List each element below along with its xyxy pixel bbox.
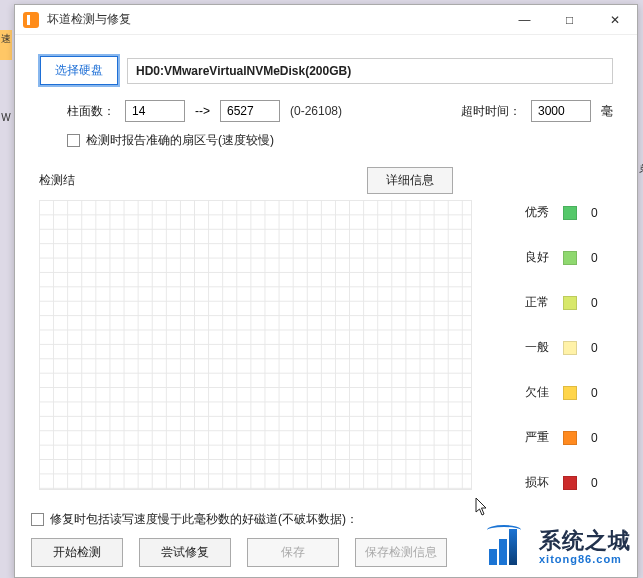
content-area: 选择硬盘 HD0:VMwareVirtualNVMeDisk(200GB) 柱面…	[15, 35, 637, 529]
legend-row-severe: 严重 0	[492, 429, 613, 446]
timeout-unit: 毫	[601, 103, 613, 120]
accurate-sector-checkbox[interactable]	[67, 134, 80, 147]
legend-label: 损坏	[501, 474, 549, 491]
legend-row-damaged: 损坏 0	[492, 474, 613, 491]
repair-slow-label: 修复时包括读写速度慢于此毫秒数的好磁道(不破坏数据)：	[50, 511, 358, 528]
start-scan-button[interactable]: 开始检测	[31, 538, 123, 567]
timeout-label: 超时时间：	[461, 103, 521, 120]
legend-row-good: 良好 0	[492, 249, 613, 266]
save-scan-info-button: 保存检测信息	[355, 538, 447, 567]
cylinder-start-input[interactable]	[125, 100, 185, 122]
cylinder-label: 柱面数：	[67, 103, 115, 120]
titlebar: 坏道检测与修复 — □ ✕	[15, 5, 637, 35]
legend-label: 一般	[501, 339, 549, 356]
minimize-button[interactable]: —	[502, 5, 547, 34]
timeout-input[interactable]	[531, 100, 591, 122]
select-disk-button[interactable]: 选择硬盘	[39, 55, 119, 86]
window-title: 坏道检测与修复	[47, 11, 502, 28]
result-header-row: 检测结 详细信息	[39, 167, 613, 194]
legend-swatch	[563, 341, 577, 355]
legend-count: 0	[591, 386, 607, 400]
accurate-sector-label: 检测时报告准确的扇区号(速度较慢)	[86, 132, 274, 149]
legend-swatch	[563, 251, 577, 265]
close-button[interactable]: ✕	[592, 5, 637, 34]
maximize-button[interactable]: □	[547, 5, 592, 34]
legend-count: 0	[591, 431, 607, 445]
bg-left-badge: 速	[0, 30, 12, 60]
legend-count: 0	[591, 251, 607, 265]
action-button-row: 开始检测 尝试修复 保存 保存检测信息	[31, 538, 621, 567]
legend-count: 0	[591, 341, 607, 355]
dialog-window: 坏道检测与修复 — □ ✕ 选择硬盘 HD0:VMwareVirtualNVMe…	[14, 4, 638, 578]
legend-label: 良好	[501, 249, 549, 266]
bg-right-glyph: 弟	[639, 162, 643, 192]
repair-slow-checkbox[interactable]	[31, 513, 44, 526]
legend-row-fair: 一般 0	[492, 339, 613, 356]
bottom-area: 修复时包括读写速度慢于此毫秒数的好磁道(不破坏数据)： 开始检测 尝试修复 保存…	[31, 511, 621, 567]
legend-row-normal: 正常 0	[492, 294, 613, 311]
app-icon	[23, 12, 39, 28]
legend-row-poor: 欠佳 0	[492, 384, 613, 401]
selected-disk-display[interactable]: HD0:VMwareVirtualNVMeDisk(200GB)	[127, 58, 613, 84]
grid-legend-wrap: 优秀 0 良好 0 正常 0 一般 0	[39, 200, 613, 519]
cylinder-row: 柱面数： --> (0-26108) 超时时间： 毫	[39, 100, 613, 122]
legend-swatch	[563, 296, 577, 310]
option-accurate-row: 检测时报告准确的扇区号(速度较慢)	[39, 132, 613, 149]
legend-swatch	[563, 476, 577, 490]
legend-swatch	[563, 206, 577, 220]
detail-info-button[interactable]: 详细信息	[367, 167, 453, 194]
window-controls: — □ ✕	[502, 5, 637, 34]
legend-label: 严重	[501, 429, 549, 446]
save-button: 保存	[247, 538, 339, 567]
legend-count: 0	[591, 476, 607, 490]
cylinder-arrow: -->	[195, 104, 210, 118]
legend-count: 0	[591, 206, 607, 220]
legend: 优秀 0 良好 0 正常 0 一般 0	[492, 200, 613, 519]
result-label: 检测结	[39, 172, 75, 189]
legend-swatch	[563, 431, 577, 445]
scan-grid	[39, 200, 472, 490]
legend-label: 正常	[501, 294, 549, 311]
legend-label: 优秀	[501, 204, 549, 221]
cylinder-end-input[interactable]	[220, 100, 280, 122]
legend-count: 0	[591, 296, 607, 310]
disk-select-row: 选择硬盘 HD0:VMwareVirtualNVMeDisk(200GB)	[39, 55, 613, 86]
cylinder-range-hint: (0-26108)	[290, 104, 342, 118]
try-repair-button[interactable]: 尝试修复	[139, 538, 231, 567]
legend-row-excellent: 优秀 0	[492, 204, 613, 221]
legend-swatch	[563, 386, 577, 400]
option-repair-row: 修复时包括读写速度慢于此毫秒数的好磁道(不破坏数据)：	[31, 511, 621, 528]
bg-left-badge-2: W	[0, 112, 12, 124]
legend-label: 欠佳	[501, 384, 549, 401]
